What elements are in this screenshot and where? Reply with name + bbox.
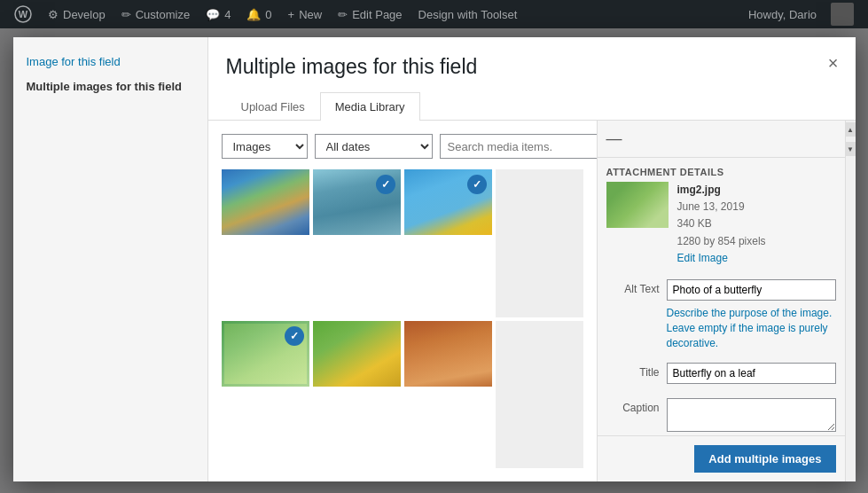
customize-icon: ✏ xyxy=(121,8,131,21)
alt-text-row: Alt Text xyxy=(598,276,845,304)
new-menu[interactable]: + New xyxy=(281,0,330,28)
image-cell-empty-2 xyxy=(496,321,583,469)
modal-sidebar: Image for this field Multiple images for… xyxy=(13,37,208,481)
close-button[interactable]: × xyxy=(825,51,842,75)
attachment-details-label: ATTACHMENT DETAILS xyxy=(598,158,845,182)
scroll-down-button[interactable]: ▼ xyxy=(846,142,856,156)
scroll-track: ▲ ▼ xyxy=(845,121,856,481)
check-badge-butterfly: ✓ xyxy=(285,326,304,346)
image-cell-resort[interactable] xyxy=(222,169,309,235)
caption-row: Caption xyxy=(598,395,845,435)
edit-image-link[interactable]: Edit Image xyxy=(677,252,728,264)
image-grid: ✓ ✓ ✓ xyxy=(222,169,583,468)
attachment-filesize: 340 KB xyxy=(677,217,712,230)
new-label: New xyxy=(299,8,322,21)
avatar[interactable] xyxy=(824,0,861,28)
attachment-footer: Add multiple images xyxy=(598,435,845,481)
tab-upload[interactable]: Upload Files xyxy=(226,92,320,121)
attachment-meta: img2.jpg June 13, 2019 340 KB 1280 by 85… xyxy=(677,182,766,267)
attachment-thumbnail xyxy=(606,182,669,228)
customize-menu[interactable]: ✏ Customize xyxy=(114,0,197,28)
scroll-up-button[interactable]: ▲ xyxy=(846,122,856,137)
admin-bar-right: Howdy, Dario xyxy=(741,0,861,28)
comments-icon: 💬 xyxy=(206,8,220,21)
alt-text-helper: Describe the purpose of the image. Leave… xyxy=(598,304,845,352)
wp-logo[interactable]: W xyxy=(7,0,39,28)
modal-tabs: Upload Files Media Library xyxy=(226,92,838,120)
image-cell-flower[interactable]: ✓ xyxy=(404,169,492,235)
modal-title: Multiple images for this field xyxy=(226,55,838,79)
page-background: Image for this field Multiple images for… xyxy=(0,28,868,493)
image-cell-empty-1 xyxy=(496,169,583,317)
modal-content: Images Audio Video All dates January 202… xyxy=(208,121,856,481)
develop-menu[interactable]: ⚙ Develop xyxy=(41,0,113,28)
check-badge-flower: ✓ xyxy=(467,175,487,194)
comments-menu[interactable]: 💬 4 xyxy=(199,0,238,28)
svg-text:W: W xyxy=(19,9,28,20)
image-cell-bay[interactable]: ✓ xyxy=(313,169,401,235)
attachment-filename: img2.jpg xyxy=(677,182,766,199)
image-cell-butterfly[interactable]: ✓ xyxy=(222,321,309,387)
title-input[interactable] xyxy=(667,363,836,384)
notifications-count: 0 xyxy=(265,8,271,21)
develop-icon: ⚙ xyxy=(48,8,59,21)
attachment-panel: — ATTACHMENT DETAILS img2.jpg June 13, 2… xyxy=(597,121,845,481)
edit-page-label: Edit Page xyxy=(352,8,402,21)
new-icon: + xyxy=(288,8,295,21)
attachment-panel-top: — xyxy=(598,121,845,158)
image-cell-dandelion[interactable] xyxy=(313,321,401,387)
title-row: Title xyxy=(598,359,845,387)
customize-label: Customize xyxy=(136,8,190,21)
media-modal: Image for this field Multiple images for… xyxy=(13,37,856,481)
search-input[interactable] xyxy=(440,134,597,159)
howdy-text: Howdy, Dario xyxy=(741,8,824,21)
develop-label: Develop xyxy=(63,8,106,21)
alt-text-input[interactable] xyxy=(667,279,836,301)
tab-library[interactable]: Media Library xyxy=(320,92,420,121)
design-label: Design with Toolset xyxy=(418,8,518,21)
filters-row: Images Audio Video All dates January 202… xyxy=(222,134,583,159)
modal-header: Multiple images for this field × Upload … xyxy=(208,37,856,121)
notifications-menu[interactable]: 🔔 0 xyxy=(239,0,278,28)
alt-helper-link[interactable]: Describe the purpose of the image. xyxy=(667,307,833,319)
date-filter[interactable]: All dates January 2020 June 2019 xyxy=(315,134,433,159)
title-label: Title xyxy=(606,363,660,379)
avatar-img xyxy=(831,3,854,26)
caption-input[interactable] xyxy=(667,398,836,432)
alt-text-label: Alt Text xyxy=(606,279,660,295)
design-menu[interactable]: Design with Toolset xyxy=(411,0,525,28)
attachment-dimensions: 1280 by 854 pixels xyxy=(677,235,766,247)
comments-count: 4 xyxy=(224,8,231,21)
edit-page-menu[interactable]: ✏ Edit Page xyxy=(331,0,409,28)
check-badge-bay: ✓ xyxy=(376,175,395,194)
admin-bar: W ⚙ Develop ✏ Customize 💬 4 🔔 0 + New ✏ … xyxy=(0,0,868,28)
sidebar-current-item: Multiple images for this field xyxy=(27,79,194,95)
type-filter[interactable]: Images Audio Video xyxy=(222,134,308,159)
edit-icon: ✏ xyxy=(338,8,348,21)
image-cell-sunset[interactable] xyxy=(404,321,492,387)
sidebar-link-image[interactable]: Image for this field xyxy=(27,55,194,68)
modal-main: Multiple images for this field × Upload … xyxy=(208,37,856,481)
notifications-icon: 🔔 xyxy=(246,8,261,21)
collapse-icon[interactable]: — xyxy=(606,129,622,148)
attachment-info: img2.jpg June 13, 2019 340 KB 1280 by 85… xyxy=(598,182,845,276)
attachment-date: June 13, 2019 xyxy=(677,200,745,213)
add-multiple-images-button[interactable]: Add multiple images xyxy=(694,445,835,473)
caption-label: Caption xyxy=(606,398,660,414)
media-area: Images Audio Video All dates January 202… xyxy=(208,121,597,481)
modal-overlay: Image for this field Multiple images for… xyxy=(0,28,868,493)
alt-helper-suffix: Leave empty if the image is purely decor… xyxy=(667,322,828,349)
